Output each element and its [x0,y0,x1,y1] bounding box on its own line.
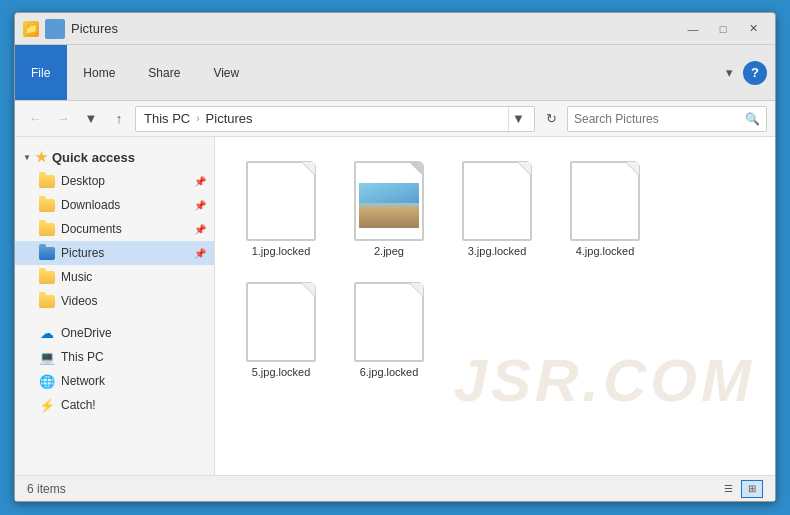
search-input[interactable] [574,112,741,126]
file-icon [462,161,532,241]
list-view-button[interactable]: ☰ [717,480,739,498]
catch-icon: ⚡ [39,397,55,413]
file-item[interactable]: 3.jpg.locked [447,153,547,266]
file-name: 4.jpg.locked [576,245,635,258]
tab-home[interactable]: Home [67,45,132,100]
tab-share[interactable]: Share [132,45,197,100]
refresh-button[interactable]: ↻ [539,107,563,131]
pin-icon-pictures: 📌 [194,248,206,259]
quick-access-toolbar[interactable] [45,19,65,39]
pin-icon-downloads: 📌 [194,200,206,211]
window-icon: 📁 [23,21,39,37]
music-folder-icon [39,269,55,285]
tab-file[interactable]: File [15,45,67,100]
locked-file-icon [246,161,316,241]
documents-folder-icon [39,221,55,237]
path-segment-thispc[interactable]: This PC [142,111,192,126]
locked-file-icon [462,161,532,241]
up-button[interactable]: ↑ [107,107,131,131]
maximize-button[interactable]: □ [709,19,737,39]
file-item[interactable]: 2.jpeg [339,153,439,266]
file-icon [354,282,424,362]
search-box[interactable]: 🔍 [567,106,767,132]
file-item[interactable]: 5.jpg.locked [231,274,331,387]
network-icon: 🌐 [39,373,55,389]
sidebar-item-videos[interactable]: Videos [15,289,214,313]
file-name: 2.jpeg [374,245,404,258]
file-icon [354,161,424,241]
sidebar-item-downloads[interactable]: Downloads 📌 [15,193,214,217]
file-item[interactable]: 1.jpg.locked [231,153,331,266]
sidebar-item-catch[interactable]: ⚡ Catch! [15,393,214,417]
search-icon[interactable]: 🔍 [745,112,760,126]
section-expand-icon: ▼ [23,153,31,162]
address-path[interactable]: This PC › Pictures ▼ [135,106,535,132]
path-segment-pictures[interactable]: Pictures [204,111,255,126]
file-item[interactable]: 6.jpg.locked [339,274,439,387]
file-name: 1.jpg.locked [252,245,311,258]
address-bar: ← → ▼ ↑ This PC › Pictures ▼ ↻ 🔍 [15,101,775,137]
thispc-icon: 💻 [39,349,55,365]
title-bar-left: 📁 Pictures [23,19,118,39]
main-content: ▼ ★ Quick access Desktop 📌 Downloads 📌 D… [15,137,775,475]
desktop-folder-icon [39,173,55,189]
onedrive-icon: ☁ [39,325,55,341]
file-icon [246,161,316,241]
title-controls: — □ ✕ [679,19,767,39]
close-button[interactable]: ✕ [739,19,767,39]
item-count: 6 items [27,482,66,496]
large-icon-view-button[interactable]: ⊞ [741,480,763,498]
sidebar-item-desktop[interactable]: Desktop 📌 [15,169,214,193]
sidebar-item-onedrive[interactable]: ☁ OneDrive [15,321,214,345]
file-name: 6.jpg.locked [360,366,419,379]
file-item[interactable]: 4.jpg.locked [555,153,655,266]
watermark: JSR.COM [454,346,755,415]
help-button[interactable]: ? [743,61,767,85]
jpeg-file-icon [354,161,424,241]
quick-access-section[interactable]: ▼ ★ Quick access [15,145,214,169]
tab-view[interactable]: View [197,45,256,100]
sidebar-item-music[interactable]: Music [15,265,214,289]
sidebar-item-network[interactable]: 🌐 Network [15,369,214,393]
path-separator: › [196,113,199,124]
file-grid: JSR.COM 1.jpg.locked 2.jpeg [215,137,775,475]
videos-folder-icon [39,293,55,309]
back-button[interactable]: ← [23,107,47,131]
sidebar: ▼ ★ Quick access Desktop 📌 Downloads 📌 D… [15,137,215,475]
sidebar-item-thispc[interactable]: 💻 This PC [15,345,214,369]
path-dropdown-arrow[interactable]: ▼ [508,107,528,131]
title-bar: 📁 Pictures — □ ✕ [15,13,775,45]
locked-file-icon [354,282,424,362]
view-buttons: ☰ ⊞ [717,480,763,498]
locked-file-icon [246,282,316,362]
pin-icon: 📌 [194,176,206,187]
window-title: Pictures [71,21,118,36]
file-name: 3.jpg.locked [468,245,527,258]
quick-access-star-icon: ★ [35,149,48,165]
minimize-button[interactable]: — [679,19,707,39]
locked-file-icon [570,161,640,241]
ribbon-collapse-arrow[interactable]: ▾ [719,63,739,83]
quick-access-label: Quick access [52,150,135,165]
forward-button[interactable]: → [51,107,75,131]
status-bar: 6 items ☰ ⊞ [15,475,775,501]
file-icon [246,282,316,362]
sidebar-item-documents[interactable]: Documents 📌 [15,217,214,241]
ribbon: File Home Share View ▾ ? [15,45,775,101]
downloads-folder-icon [39,197,55,213]
sidebar-item-pictures[interactable]: Pictures 📌 [15,241,214,265]
file-explorer-window: 📁 Pictures — □ ✕ File Home Share View ▾ … [14,12,776,502]
file-icon [570,161,640,241]
recent-locations-button[interactable]: ▼ [79,107,103,131]
jpeg-thumbnail [359,183,419,228]
pictures-folder-icon [39,245,55,261]
file-name: 5.jpg.locked [252,366,311,379]
pin-icon-documents: 📌 [194,224,206,235]
